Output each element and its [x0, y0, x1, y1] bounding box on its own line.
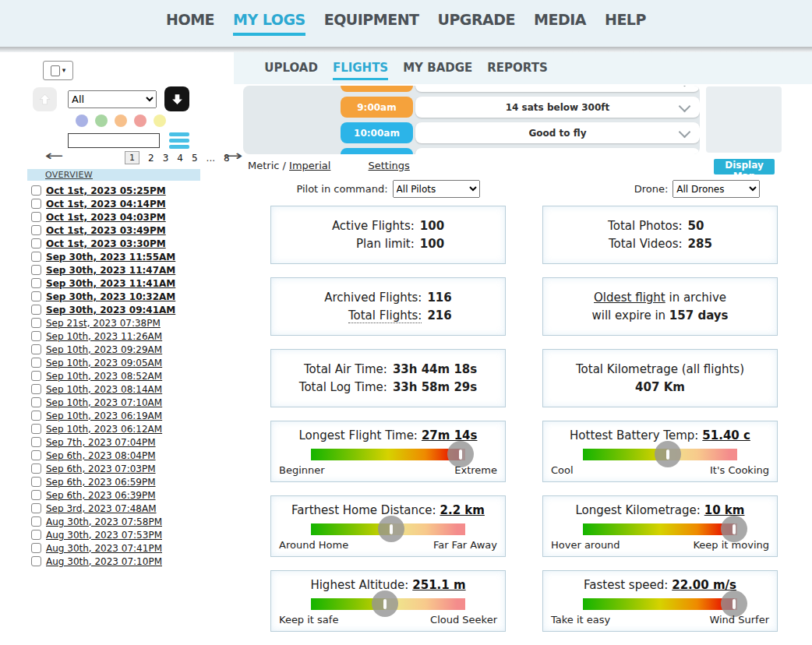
- flight-link[interactable]: Aug 30th, 2023 07:58PM: [46, 516, 162, 527]
- flight-checkbox[interactable]: [31, 318, 41, 328]
- slider-knob[interactable]: [378, 516, 404, 542]
- flight-checkbox[interactable]: [31, 450, 41, 460]
- flight-link[interactable]: Sep 30th, 2023 11:55AM: [46, 252, 175, 263]
- flight-link[interactable]: Sep 6th, 2023 06:59PM: [46, 477, 156, 488]
- flight-link[interactable]: Sep 10th, 2023 08:52AM: [46, 371, 162, 382]
- flight-checkbox[interactable]: [31, 397, 41, 407]
- subnav-flights[interactable]: FLIGHTS: [333, 61, 388, 80]
- flight-link[interactable]: Oct 1st, 2023 05:25PM: [46, 185, 166, 196]
- flight-checkbox[interactable]: [31, 185, 41, 196]
- flight-checkbox[interactable]: [31, 344, 41, 354]
- color-dot-green[interactable]: [95, 115, 108, 127]
- forecast-bar[interactable]: [415, 86, 700, 92]
- flight-checkbox[interactable]: [31, 212, 41, 222]
- flight-link[interactable]: Sep 10th, 2023 07:10AM: [46, 397, 162, 408]
- slider-value-link[interactable]: 251.1 m: [412, 578, 465, 592]
- flight-checkbox[interactable]: [31, 490, 41, 500]
- color-dot-purple[interactable]: [76, 115, 88, 127]
- flight-checkbox[interactable]: [31, 530, 41, 540]
- flight-link[interactable]: Sep 3rd, 2023 07:48AM: [46, 503, 157, 514]
- flight-checkbox[interactable]: [31, 424, 41, 434]
- flight-checkbox[interactable]: [31, 516, 41, 527]
- search-input[interactable]: [68, 133, 160, 148]
- hamburger-menu-icon[interactable]: [169, 132, 189, 149]
- flight-checkbox[interactable]: [31, 278, 41, 288]
- page-number-5[interactable]: 5: [192, 153, 198, 164]
- oldest-flight-link[interactable]: Oldest flight: [594, 291, 665, 305]
- next-page-arrow-icon[interactable]: →: [224, 147, 242, 164]
- scroll-down-button[interactable]: [164, 86, 189, 111]
- flight-checkbox[interactable]: [31, 371, 41, 381]
- slider-knob[interactable]: [372, 590, 398, 617]
- flight-checkbox[interactable]: [31, 477, 41, 487]
- slider-value-link[interactable]: 10 km: [704, 503, 745, 517]
- flight-link[interactable]: Sep 30th, 2023 11:41AM: [46, 278, 175, 289]
- flight-link[interactable]: Sep 7th, 2023 07:04PM: [46, 437, 156, 448]
- flight-link[interactable]: Sep 6th, 2023 06:39PM: [46, 490, 156, 501]
- prev-page-arrow-icon[interactable]: ←: [44, 147, 63, 164]
- slider-value-link[interactable]: 51.40 c: [702, 428, 750, 442]
- page-number-4[interactable]: 4: [177, 153, 183, 164]
- settings-link[interactable]: Settings: [369, 160, 410, 171]
- flight-link[interactable]: Oct 1st, 2023 04:14PM: [46, 199, 166, 210]
- forecast-bar[interactable]: 14 sats below 300ft: [415, 97, 700, 118]
- page-number-3[interactable]: 3: [163, 153, 169, 164]
- color-dot-orange[interactable]: [115, 115, 127, 127]
- flight-link[interactable]: Aug 30th, 2023 07:10PM: [46, 556, 162, 567]
- flight-link[interactable]: Sep 10th, 2023 08:14AM: [46, 384, 162, 395]
- flight-checkbox[interactable]: [31, 463, 41, 474]
- slider-value-link[interactable]: 2.2 km: [440, 503, 485, 517]
- flight-checkbox[interactable]: [31, 503, 41, 513]
- nav-media[interactable]: MEDIA: [534, 11, 586, 28]
- flight-link[interactable]: Sep 10th, 2023 06:12AM: [46, 424, 162, 435]
- forecast-bar[interactable]: Good to fly: [415, 148, 700, 154]
- subnav-my-badge[interactable]: MY BADGE: [403, 61, 472, 80]
- color-dot-yellow[interactable]: [154, 115, 166, 127]
- flight-link[interactable]: Oct 1st, 2023 03:49PM: [46, 225, 166, 236]
- flight-link[interactable]: Sep 30th, 2023 11:47AM: [46, 265, 175, 276]
- flight-checkbox[interactable]: [31, 225, 41, 235]
- nav-home[interactable]: HOME: [166, 11, 214, 28]
- bulk-select-dropdown[interactable]: ▾: [43, 61, 73, 80]
- subnav-upload[interactable]: UPLOAD: [264, 61, 318, 80]
- flight-checkbox[interactable]: [31, 291, 41, 301]
- flight-link[interactable]: Sep 6th, 2023 08:04PM: [46, 450, 156, 461]
- flight-link[interactable]: Sep 30th, 2023 09:41AM: [46, 305, 175, 315]
- slider-knob[interactable]: [447, 441, 474, 467]
- flight-checkbox[interactable]: [31, 384, 41, 394]
- subnav-reports[interactable]: REPORTS: [487, 61, 547, 80]
- drone-select[interactable]: All Drones: [673, 180, 760, 198]
- flight-checkbox[interactable]: [31, 199, 41, 209]
- group-filter-select[interactable]: All: [68, 90, 157, 108]
- flight-checkbox[interactable]: [31, 358, 41, 368]
- nav-help[interactable]: HELP: [605, 11, 646, 28]
- nav-equipment[interactable]: EQUIPMENT: [324, 11, 419, 28]
- nav-upgrade[interactable]: UPGRADE: [438, 11, 516, 28]
- scroll-up-button[interactable]: [33, 87, 57, 111]
- slider-value-link[interactable]: 22.00 m/s: [672, 578, 736, 592]
- slider-value-link[interactable]: 27m 14s: [422, 428, 478, 442]
- flight-checkbox[interactable]: [31, 252, 41, 262]
- flight-checkbox[interactable]: [31, 265, 41, 275]
- forecast-bar[interactable]: Good to fly: [415, 122, 700, 143]
- flight-link[interactable]: Sep 10th, 2023 09:29AM: [46, 344, 162, 355]
- page-number-2[interactable]: 2: [148, 153, 154, 164]
- flight-checkbox[interactable]: [31, 556, 41, 566]
- total-flights-tooltip-label[interactable]: Total Flights:: [348, 308, 422, 323]
- flight-checkbox[interactable]: [31, 238, 41, 248]
- flight-checkbox[interactable]: [31, 437, 41, 447]
- overview-link[interactable]: OVERVIEW: [45, 170, 93, 180]
- display-map-button[interactable]: Display Map: [714, 159, 775, 174]
- flight-checkbox[interactable]: [31, 543, 41, 553]
- flight-link[interactable]: Sep 10th, 2023 11:26AM: [46, 331, 162, 342]
- flight-link[interactable]: Oct 1st, 2023 04:03PM: [46, 212, 166, 223]
- flight-link[interactable]: Sep 10th, 2023 06:19AM: [46, 411, 162, 421]
- flight-link[interactable]: Aug 30th, 2023 07:53PM: [46, 530, 162, 541]
- flight-link[interactable]: Sep 6th, 2023 07:03PM: [46, 463, 156, 474]
- slider-knob[interactable]: [655, 441, 681, 467]
- slider-knob[interactable]: [721, 516, 747, 542]
- pilot-select[interactable]: All Pilots: [393, 180, 480, 198]
- imperial-link[interactable]: Imperial: [289, 160, 330, 171]
- slider-knob[interactable]: [721, 590, 747, 617]
- flight-link[interactable]: Oct 1st, 2023 03:30PM: [46, 238, 166, 249]
